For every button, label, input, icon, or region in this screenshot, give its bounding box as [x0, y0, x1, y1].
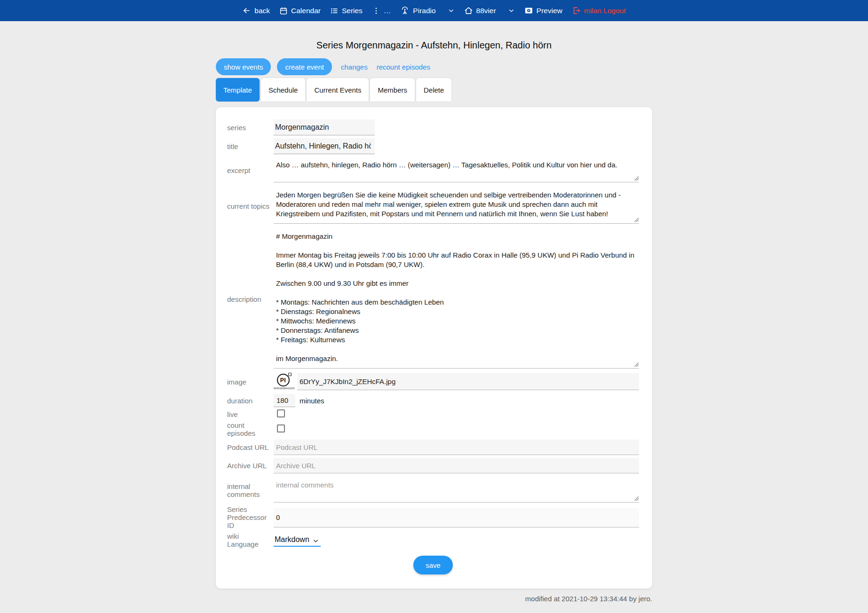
nav-piradio-label: Piradio: [413, 7, 435, 15]
nav-logout[interactable]: milan Logout: [572, 6, 626, 15]
description-row: description # Morgenmagazin Immer Montag…: [227, 229, 639, 369]
description-textarea[interactable]: # Morgenmagazin Immer Montag bis Freitag…: [274, 229, 639, 369]
live-row: live: [227, 409, 639, 419]
duration-label: duration: [227, 397, 274, 405]
duration-row: duration minutes: [227, 394, 639, 407]
nav-preview-label: Preview: [537, 7, 562, 15]
image-filename-input[interactable]: [297, 373, 639, 390]
home-icon: [464, 6, 473, 15]
title-row: title: [227, 138, 639, 154]
series-input[interactable]: [274, 119, 375, 135]
more-vertical-icon: [372, 7, 380, 15]
nav-calendar-label: Calendar: [291, 7, 321, 15]
nav-station-label: 88vier: [476, 7, 496, 15]
nav-logout-label: milan Logout: [584, 7, 626, 15]
image-row: image PI MORGENMAGAZIN: [227, 373, 639, 390]
nav-preview[interactable]: Preview: [524, 6, 562, 15]
create-event-button[interactable]: create event: [277, 58, 332, 75]
nav-back-label: back: [254, 7, 270, 15]
live-label: live: [227, 410, 274, 418]
chevron-down-icon[interactable]: [508, 7, 515, 14]
template-form-card: series title excerpt Also … aufstehn, hi…: [216, 107, 652, 589]
title-label: title: [227, 142, 274, 150]
tab-current-events[interactable]: Current Events: [307, 78, 369, 102]
top-navbar: back Calendar Series … Piradio 88vier: [0, 0, 868, 21]
antenna-icon: [400, 6, 410, 16]
tab-members[interactable]: Members: [370, 78, 415, 102]
nav-series-label: Series: [342, 7, 363, 15]
arrow-left-icon: [242, 6, 251, 15]
save-button[interactable]: save: [413, 556, 453, 574]
podcast-url-input[interactable]: [274, 440, 639, 455]
tab-template[interactable]: Template: [216, 78, 260, 102]
series-predecessor-row: Series Predecessor ID: [227, 505, 639, 529]
wiki-language-row: wiki Language Markdown: [227, 532, 639, 548]
excerpt-textarea[interactable]: Also … aufstehn, hinlegen, Radio hörn … …: [274, 158, 639, 182]
series-logo-thumbnail[interactable]: PI MORGENMAGAZIN: [274, 374, 292, 390]
nav-more-label: …: [384, 7, 391, 15]
tab-bar: Template Schedule Current Events Members…: [216, 78, 652, 102]
image-label: image: [227, 378, 274, 386]
description-label: description: [227, 295, 274, 303]
count-episodes-checkbox[interactable]: [277, 424, 285, 432]
nav-back[interactable]: back: [242, 6, 270, 15]
save-row: save: [227, 556, 639, 574]
series-predecessor-label: Series Predecessor ID: [227, 505, 274, 529]
wiki-language-label: wiki Language: [227, 532, 274, 548]
archive-url-label: Archive URL: [227, 462, 274, 470]
chevron-down-icon[interactable]: [448, 7, 455, 14]
archive-url-row: Archive URL: [227, 458, 639, 473]
archive-url-input[interactable]: [274, 458, 639, 473]
podcast-url-row: Podcast URL: [227, 440, 639, 455]
current-topics-label: current topics: [227, 202, 274, 210]
pi-logo-icon: PI: [277, 374, 290, 386]
page-title: Series Morgenmagazin - Aufstehn, Hinlege…: [216, 40, 652, 51]
nav-station-dropdown[interactable]: 88vier: [464, 6, 515, 15]
current-topics-row: current topics Jeden Morgen begrüßen Sie…: [227, 188, 639, 224]
action-buttons-row: show events create event changes recount…: [216, 58, 652, 75]
tab-delete[interactable]: Delete: [416, 78, 451, 102]
internal-comments-label: internal comments: [227, 482, 274, 498]
changes-link[interactable]: changes: [341, 63, 368, 71]
tab-schedule[interactable]: Schedule: [261, 78, 306, 102]
calendar-icon: [279, 7, 288, 15]
modified-status-text: modified at 2021-10-29 13:34:44 by jero.: [216, 595, 652, 603]
internal-comments-row: internal comments: [227, 478, 639, 503]
nav-more-menu[interactable]: …: [372, 7, 391, 15]
title-input[interactable]: [274, 138, 375, 154]
count-episodes-label: count episodes: [227, 421, 274, 437]
series-row: series: [227, 119, 639, 135]
count-episodes-row: count episodes: [227, 421, 639, 437]
nav-calendar[interactable]: Calendar: [279, 7, 321, 15]
current-topics-textarea[interactable]: Jeden Morgen begrüßen Sie die keine Müdi…: [274, 188, 639, 224]
excerpt-label: excerpt: [227, 166, 274, 174]
preview-eye-icon: [524, 6, 533, 15]
series-label: series: [227, 124, 274, 132]
recount-episodes-link[interactable]: recount episodes: [377, 63, 430, 71]
podcast-url-label: Podcast URL: [227, 443, 274, 451]
series-predecessor-input[interactable]: [274, 508, 639, 527]
excerpt-row: excerpt Also … aufstehn, hinlegen, Radio…: [227, 158, 639, 182]
show-events-button[interactable]: show events: [216, 58, 271, 75]
list-icon: [330, 7, 339, 15]
pi-logo-caption: MORGENMAGAZIN: [274, 387, 292, 390]
logout-icon: [572, 6, 581, 15]
internal-comments-textarea[interactable]: [274, 478, 639, 503]
nav-piradio-dropdown[interactable]: Piradio: [400, 6, 454, 16]
live-checkbox[interactable]: [277, 409, 285, 417]
nav-series[interactable]: Series: [330, 7, 363, 15]
wiki-language-select[interactable]: Markdown: [274, 534, 321, 547]
duration-unit-label: minutes: [300, 397, 324, 405]
duration-input[interactable]: [274, 394, 295, 407]
